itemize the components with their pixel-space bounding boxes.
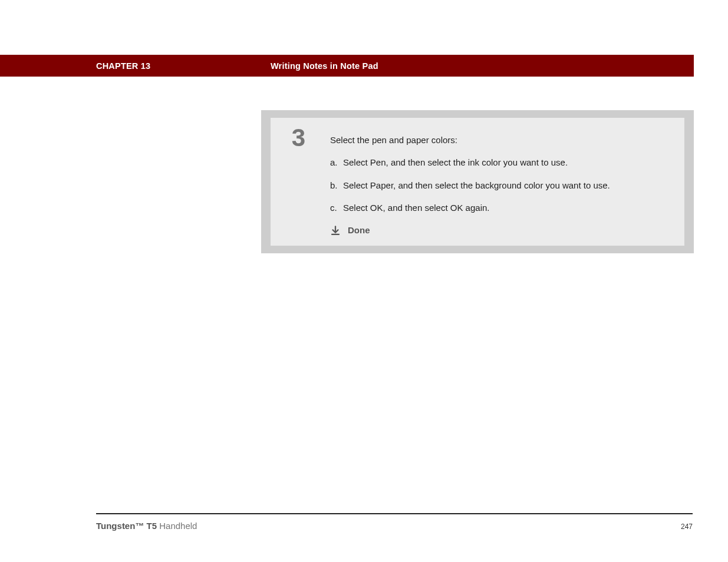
substep-a: a. Select Pen, and then select the ink c…	[330, 157, 673, 168]
substep-letter: b.	[330, 180, 343, 191]
footer-product-name: Tungsten™ T5	[96, 521, 157, 531]
done-row: Done	[330, 224, 673, 236]
substep-text: Select OK, and then select OK again.	[343, 202, 673, 214]
substep-text: Select Pen, and then select the ink colo…	[343, 157, 673, 168]
footer-product-suffix: Handheld	[157, 521, 197, 531]
page: CHAPTER 13 Writing Notes in Note Pad 3 S…	[0, 0, 728, 562]
substep-letter: a.	[330, 157, 343, 168]
step-number: 3	[271, 124, 327, 152]
chapter-header-bar: CHAPTER 13 Writing Notes in Note Pad	[0, 55, 694, 77]
substep-letter: c.	[330, 202, 343, 214]
step-inner: 3 Select the pen and paper colors: a. Se…	[271, 118, 684, 246]
step-body: Select the pen and paper colors: a. Sele…	[327, 118, 684, 246]
footer-page-number: 247	[681, 523, 693, 531]
arrow-down-to-line-icon	[330, 225, 341, 236]
step-intro: Select the pen and paper colors:	[330, 134, 673, 146]
done-label: Done	[348, 224, 370, 236]
footer-rule	[96, 513, 693, 514]
section-title: Writing Notes in Note Pad	[271, 61, 378, 71]
footer-product: Tungsten™ T5 Handheld	[96, 521, 197, 531]
substep-c: c. Select OK, and then select OK again.	[330, 202, 673, 214]
chapter-label: CHAPTER 13	[96, 61, 150, 71]
substep-b: b. Select Paper, and then select the bac…	[330, 180, 673, 191]
substep-text: Select Paper, and then select the backgr…	[343, 180, 673, 191]
step-block: 3 Select the pen and paper colors: a. Se…	[261, 110, 694, 253]
footer: Tungsten™ T5 Handheld 247	[96, 521, 693, 531]
step-number-column: 3	[271, 118, 327, 246]
